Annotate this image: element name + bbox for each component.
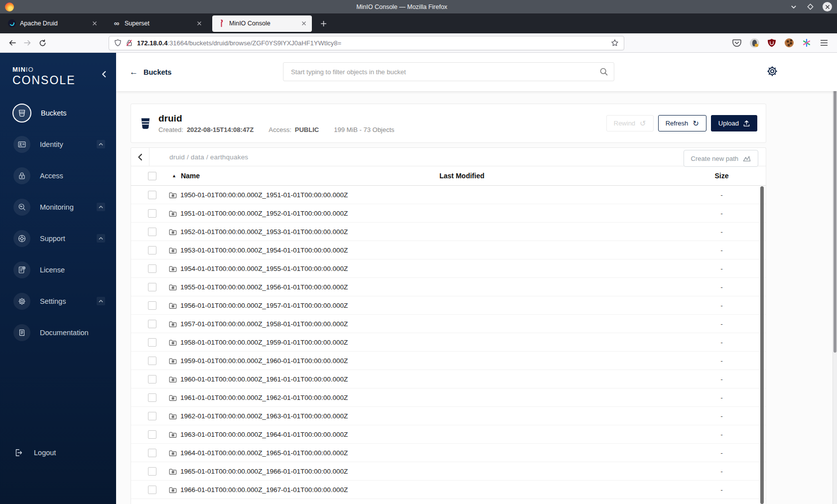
created-value: 2022-08-15T14:08:47Z	[187, 126, 254, 133]
column-header-last-modified[interactable]: Last Modified	[433, 172, 653, 180]
table-row[interactable]: 1951-01-01T00:00:00.000Z_1952-01-01T00:0…	[131, 204, 766, 223]
reload-button[interactable]	[35, 36, 50, 50]
url-bar[interactable]: 172.18.0.4:31664/buckets/druid/browse/ZG…	[109, 36, 624, 50]
row-checkbox[interactable]	[148, 467, 156, 476]
sidebar-item-identity[interactable]: Identity	[0, 128, 116, 160]
filter-objects-input[interactable]	[283, 62, 614, 81]
folder-icon	[169, 468, 177, 475]
row-checkbox[interactable]	[148, 228, 156, 236]
sidebar-item-settings[interactable]: Settings	[0, 285, 116, 317]
folder-icon	[169, 339, 177, 346]
table-row[interactable]: 1953-01-01T00:00:00.000Z_1954-01-01T00:0…	[131, 241, 766, 259]
row-checkbox[interactable]	[148, 264, 156, 273]
create-new-path-button[interactable]: Create new path	[684, 150, 758, 167]
refresh-icon: ↻	[693, 120, 699, 127]
hamburger-menu-icon[interactable]	[819, 38, 829, 48]
back-to-buckets-link[interactable]: ← Buckets	[130, 67, 171, 77]
chevron-up-icon[interactable]	[97, 140, 105, 148]
table-row[interactable]: 1958-01-01T00:00:00.000Z_1959-01-01T00:0…	[131, 333, 766, 352]
ublock-origin-icon[interactable]	[767, 38, 777, 48]
table-scrollbar-thumb[interactable]	[760, 186, 764, 504]
table-row[interactable]: 1964-01-01T00:00:00.000Z_1965-01-01T00:0…	[131, 444, 766, 462]
tracking-shield-icon[interactable]	[114, 39, 122, 47]
table-row[interactable]: 1956-01-01T00:00:00.000Z_1957-01-01T00:0…	[131, 296, 766, 315]
sidebar-item-support[interactable]: Support	[0, 223, 116, 254]
table-row[interactable]: 1957-01-01T00:00:00.000Z_1958-01-01T00:0…	[131, 315, 766, 333]
cookie-extension-icon[interactable]	[784, 38, 794, 48]
table-row[interactable]: 1961-01-01T00:00:00.000Z_1962-01-01T00:0…	[131, 388, 766, 407]
table-row[interactable]: 1952-01-01T00:00:00.000Z_1953-01-01T00:0…	[131, 223, 766, 241]
row-checkbox[interactable]	[148, 357, 156, 365]
row-checkbox[interactable]	[148, 486, 156, 494]
sidebar-item-access[interactable]: Access	[0, 160, 116, 191]
table-row[interactable]: 1959-01-01T00:00:00.000Z_1960-01-01T00:0…	[131, 352, 766, 370]
row-checkbox[interactable]	[148, 338, 156, 347]
tab-close-icon[interactable]	[195, 19, 203, 27]
select-all-checkbox[interactable]	[148, 172, 156, 180]
gear-icon	[13, 293, 30, 310]
colorful-asterisk-extension-icon[interactable]	[802, 38, 812, 48]
window-minimize-button[interactable]	[790, 3, 798, 11]
row-checkbox[interactable]	[148, 246, 156, 254]
folder-icon	[169, 283, 177, 291]
row-checkbox[interactable]	[148, 283, 156, 291]
tab-superset[interactable]: ∞ Superset	[108, 15, 207, 32]
table-row[interactable]: 1950-01-01T00:00:00.000Z_1951-01-01T00:0…	[131, 186, 766, 204]
table-row[interactable]: 1955-01-01T00:00:00.000Z_1956-01-01T00:0…	[131, 278, 766, 296]
page-scrollbar[interactable]	[833, 53, 837, 504]
back-button[interactable]	[5, 36, 20, 50]
insecure-lock-icon[interactable]	[126, 39, 133, 47]
row-checkbox[interactable]	[148, 393, 156, 402]
breadcrumb[interactable]: druid / data / earthquakes	[149, 148, 248, 166]
row-checkbox[interactable]	[148, 209, 156, 218]
chevron-up-icon[interactable]	[97, 203, 105, 211]
row-checkbox[interactable]	[148, 191, 156, 199]
table-row[interactable]: 1960-01-01T00:00:00.000Z_1961-01-01T00:0…	[131, 370, 766, 388]
row-checkbox[interactable]	[148, 320, 156, 328]
tab-minio-console[interactable]: MinIO Console	[212, 15, 312, 32]
column-header-name[interactable]: ▲ Name	[162, 172, 433, 180]
column-header-size[interactable]: Size	[653, 172, 766, 180]
table-row[interactable]: 1963-01-01T00:00:00.000Z_1964-01-01T00:0…	[131, 425, 766, 444]
row-checkbox[interactable]	[148, 412, 156, 420]
pocket-icon[interactable]	[732, 38, 742, 48]
access-value: PUBLIC	[295, 126, 319, 133]
chevron-up-icon[interactable]	[97, 234, 105, 243]
forward-button[interactable]	[20, 36, 35, 50]
window-close-button[interactable]	[823, 2, 832, 11]
table-row[interactable]: 1954-01-01T00:00:00.000Z_1955-01-01T00:0…	[131, 259, 766, 278]
row-checkbox[interactable]	[148, 301, 156, 310]
sidebar-item-label: Identity	[40, 140, 63, 148]
upload-button[interactable]: Upload	[711, 115, 757, 131]
row-checkbox[interactable]	[148, 430, 156, 439]
page-scrollbar-thumb[interactable]	[834, 54, 837, 353]
sidebar-item-documentation[interactable]: Documentation	[0, 317, 116, 348]
table-row[interactable]: 1966-01-01T00:00:00.000Z_1967-01-01T00:0…	[131, 481, 766, 499]
tab-close-icon[interactable]	[91, 19, 99, 27]
privacy-extension-icon[interactable]	[749, 38, 759, 48]
chevron-up-icon[interactable]	[97, 297, 105, 305]
sidebar-item-license[interactable]: License	[0, 254, 116, 285]
sidebar-collapse-icon[interactable]	[101, 71, 107, 78]
objects-table-header: ▲ Name Last Modified Size	[131, 166, 766, 186]
window-maximize-button[interactable]	[806, 3, 814, 11]
settings-gear-icon[interactable]	[766, 65, 778, 77]
new-tab-button[interactable]	[317, 17, 330, 30]
tab-close-icon[interactable]	[300, 19, 308, 27]
breadcrumb-back-button[interactable]	[131, 148, 149, 166]
rewind-button[interactable]: Rewind ↺	[606, 115, 654, 131]
sidebar-item-buckets[interactable]: Buckets	[0, 97, 116, 128]
object-size: -	[653, 191, 766, 199]
row-checkbox[interactable]	[148, 449, 156, 457]
table-row[interactable]: 1962-01-01T00:00:00.000Z_1963-01-01T00:0…	[131, 407, 766, 425]
object-name: 1952-01-01T00:00:00.000Z_1953-01-01T00:0…	[180, 228, 348, 236]
tab-apache-druid[interactable]: Apache Druid	[3, 15, 103, 32]
row-checkbox[interactable]	[148, 375, 156, 383]
refresh-button[interactable]: Refresh ↻	[658, 115, 706, 131]
table-row[interactable]: 1965-01-01T00:00:00.000Z_1966-01-01T00:0…	[131, 462, 766, 481]
sidebar-item-label: Access	[40, 172, 63, 180]
sidebar-item-logout[interactable]: Logout	[0, 441, 116, 464]
object-size: -	[653, 283, 766, 291]
bookmark-star-icon[interactable]	[611, 39, 619, 47]
sidebar-item-monitoring[interactable]: Monitoring	[0, 191, 116, 223]
